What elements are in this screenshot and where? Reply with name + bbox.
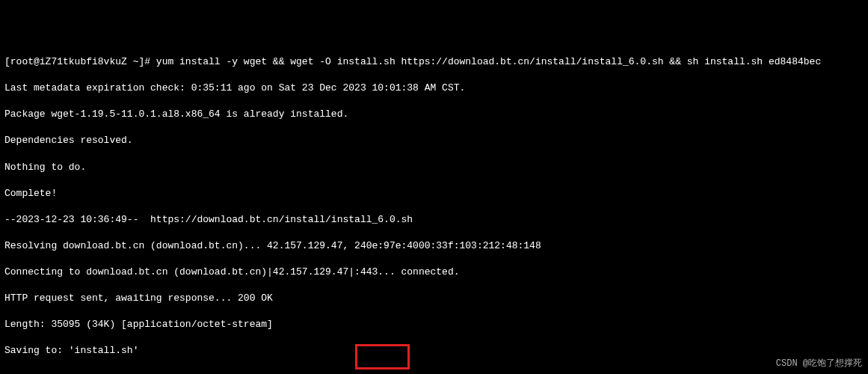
output-line: Package wget-1.19.5-11.0.1.al8.x86_64 is… bbox=[4, 108, 864, 121]
output-line: HTTP request sent, awaiting response... … bbox=[4, 292, 864, 305]
output-line: --2023-12-23 10:36:49-- https://download… bbox=[4, 213, 864, 227]
output-line: Nothing to do. bbox=[4, 161, 864, 174]
highlight-box bbox=[355, 344, 410, 370]
output-line: Saving to: 'install.sh' bbox=[4, 344, 864, 358]
output-line: Last metadata expiration check: 0:35:11 … bbox=[4, 82, 864, 95]
output-line: Complete! bbox=[4, 187, 864, 200]
output-line: Length: 35095 (34K) [application/octet-s… bbox=[4, 318, 864, 331]
watermark: CSDN @吃饱了想撑死 bbox=[776, 358, 862, 370]
output-line: Dependencies resolved. bbox=[4, 134, 864, 147]
output-line: Connecting to download.bt.cn (download.b… bbox=[4, 266, 864, 279]
blank-line bbox=[4, 370, 864, 374]
command-prompt[interactable]: [root@iZ71tkubfi8vkuZ ~]# yum install -y… bbox=[4, 55, 864, 69]
output-line: Resolving download.bt.cn (download.bt.cn… bbox=[4, 239, 864, 253]
